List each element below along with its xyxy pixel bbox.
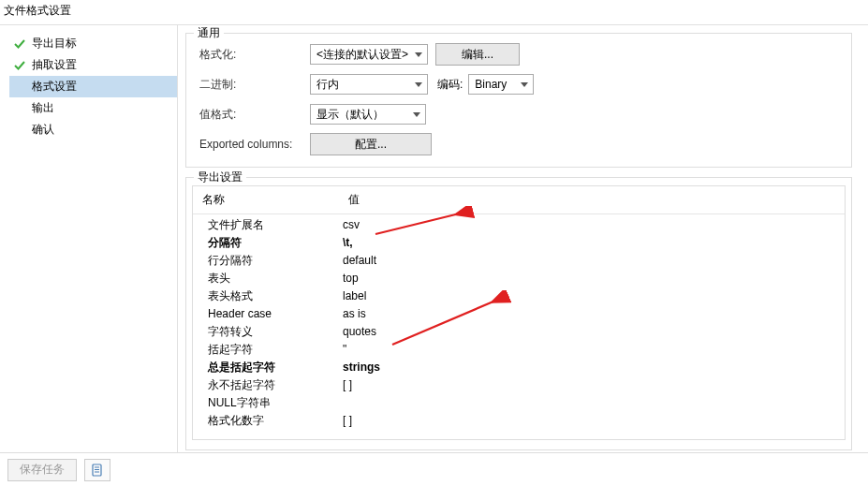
main-layout: 导出目标 抽取设置 格式设置 输出 确认 通用 格式化:: [0, 24, 868, 456]
export-legend: 导出设置: [194, 169, 246, 185]
table-row[interactable]: Header caseas is: [202, 305, 835, 323]
row-name: 永不括起字符: [202, 377, 343, 393]
table-row[interactable]: 永不括起字符[ ]: [202, 376, 835, 394]
row-value: [ ]: [343, 413, 835, 429]
header-name: 名称: [202, 192, 348, 208]
row-name: 括起字符: [202, 342, 343, 358]
edit-button[interactable]: 编辑...: [435, 43, 520, 66]
binary-select-value: 行内: [316, 77, 339, 93]
export-table-body: 文件扩展名csv分隔符\t,行分隔符default表头top表头格式labelH…: [193, 214, 845, 439]
encoding-select[interactable]: Binary: [468, 74, 534, 95]
row-value: default: [343, 253, 835, 269]
sidebar-item-format-settings[interactable]: 格式设置: [9, 76, 177, 97]
row-name: Header case: [202, 306, 343, 322]
row-value: [343, 395, 835, 411]
value-format-label: 值格式:: [199, 107, 310, 123]
export-table: 名称 值 文件扩展名csv分隔符\t,行分隔符default表头top表头格式l…: [192, 185, 846, 440]
value-format-select-value: 显示（默认）: [316, 107, 384, 123]
table-row[interactable]: 表头格式label: [202, 287, 835, 305]
content-area: 通用 格式化: <连接的默认设置> 编辑... 二进制: 行内: [178, 25, 868, 456]
value-format-select[interactable]: 显示（默认）: [310, 104, 426, 125]
exported-columns-label: Exported columns:: [199, 138, 310, 151]
row-value: \t,: [343, 235, 835, 251]
table-row[interactable]: 总是括起字符strings: [202, 359, 835, 376]
sidebar-item-label: 抽取设置: [32, 57, 77, 73]
binary-label: 二进制:: [199, 77, 310, 93]
table-row[interactable]: 文件扩展名csv: [202, 216, 835, 234]
format-select-value: <连接的默认设置>: [316, 47, 408, 63]
sidebar-item-extract-settings[interactable]: 抽取设置: [9, 54, 177, 76]
row-value: ": [343, 342, 835, 358]
row-name: 表头: [202, 271, 343, 287]
row-name: 文件扩展名: [202, 217, 343, 233]
binary-select[interactable]: 行内: [310, 74, 428, 95]
table-row[interactable]: 行分隔符default: [202, 252, 835, 270]
sidebar-item-label: 格式设置: [32, 79, 77, 95]
row-name: 分隔符: [202, 235, 343, 251]
table-row[interactable]: 表头top: [202, 270, 835, 287]
general-legend: 通用: [194, 25, 224, 41]
check-icon: [13, 37, 26, 51]
row-name: 总是括起字符: [202, 360, 343, 376]
sidebar-item-confirm[interactable]: 确认: [9, 119, 177, 140]
row-name: NULL字符串: [202, 395, 343, 411]
table-row[interactable]: 分隔符\t,: [202, 234, 835, 252]
row-name: 行分隔符: [202, 253, 343, 269]
window-title: 文件格式设置: [0, 0, 868, 24]
format-label: 格式化:: [199, 47, 310, 63]
script-icon-button[interactable]: [84, 459, 110, 481]
table-row[interactable]: 格式化数字[ ]: [202, 412, 835, 430]
row-name: 字符转义: [202, 324, 343, 340]
bottom-bar: 保存任务: [0, 452, 868, 486]
row-value: top: [343, 271, 835, 287]
check-icon: [13, 59, 26, 72]
row-value: as is: [343, 306, 835, 322]
export-table-header: 名称 值: [193, 186, 845, 214]
row-name: 表头格式: [202, 288, 343, 304]
encoding-label: 编码:: [437, 77, 463, 93]
row-value: csv: [343, 217, 835, 233]
sidebar-item-label: 输出: [32, 100, 54, 116]
header-value: 值: [348, 192, 835, 208]
table-row[interactable]: NULL字符串: [202, 394, 835, 412]
row-value: [ ]: [343, 377, 835, 393]
sidebar-item-label: 导出目标: [32, 36, 77, 52]
general-fieldset: 通用 格式化: <连接的默认设置> 编辑... 二进制: 行内: [185, 33, 852, 168]
table-row[interactable]: 括起字符": [202, 341, 835, 359]
row-value: quotes: [343, 324, 835, 340]
export-settings-fieldset: 导出设置 名称 值 文件扩展名csv分隔符\t,行分隔符default表头top…: [185, 177, 852, 450]
format-select[interactable]: <连接的默认设置>: [310, 44, 428, 65]
sidebar-item-output[interactable]: 输出: [9, 97, 177, 119]
row-name: 格式化数字: [202, 413, 343, 429]
table-row[interactable]: 字符转义quotes: [202, 323, 835, 341]
wizard-sidebar: 导出目标 抽取设置 格式设置 输出 确认: [0, 25, 178, 456]
save-task-button[interactable]: 保存任务: [7, 459, 77, 481]
sidebar-item-export-target[interactable]: 导出目标: [9, 33, 177, 54]
encoding-select-value: Binary: [475, 78, 507, 91]
configure-button[interactable]: 配置...: [310, 133, 432, 155]
sidebar-item-label: 确认: [32, 122, 54, 138]
script-icon: [91, 464, 104, 477]
row-value: strings: [343, 360, 835, 376]
row-value: label: [343, 288, 835, 304]
